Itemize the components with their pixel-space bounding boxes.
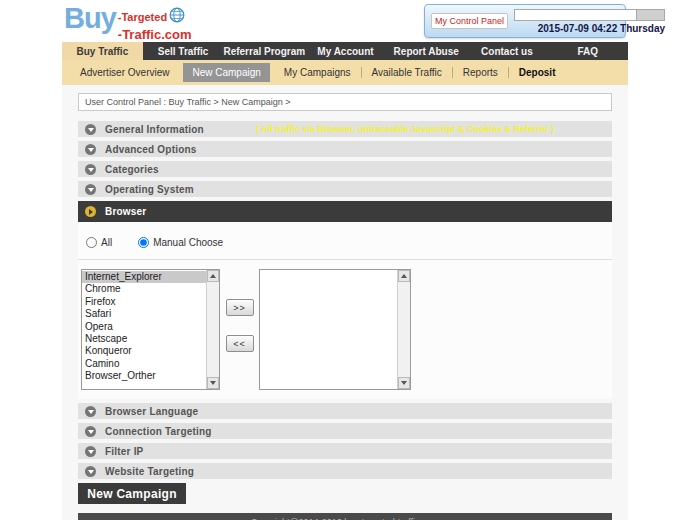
scroll-up-icon[interactable] [207, 270, 219, 282]
subnav-my-campaigns[interactable]: My Campaigns [274, 67, 361, 78]
list-item[interactable]: Konqueror [82, 345, 206, 357]
accordion-connection-targeting[interactable]: Connection Targeting [78, 423, 612, 439]
list-item[interactable]: Safari [82, 308, 206, 320]
list-item[interactable]: Netscape [82, 333, 206, 345]
chevron-down-circle-icon [85, 144, 96, 155]
arrow-right-circle-icon [85, 206, 96, 217]
chevron-down-circle-icon [85, 184, 96, 195]
logo-text-buy: Buy [64, 4, 116, 32]
list-item[interactable]: Firefox [82, 296, 206, 308]
accordion-browser[interactable]: Browser [78, 201, 612, 222]
nav-sell-traffic[interactable]: Sell Traffic [143, 42, 224, 60]
accordion-browser-language[interactable]: Browser Language [78, 403, 612, 419]
logo-text-traffic: -Traffic.com [118, 28, 192, 41]
header: Buy -Targeted -Traffic.com [62, 0, 628, 42]
subnav-new-campaign[interactable]: New Campaign [183, 63, 269, 82]
chevron-down-circle-icon [85, 446, 96, 457]
nav-report-abuse[interactable]: Report Abuse [386, 42, 467, 60]
breadcrumb[interactable]: User Control Panel : Buy Traffic > New C… [78, 93, 612, 111]
footer: Copyright@2014-2016 buy-targeted-traffic… [78, 513, 612, 520]
move-left-button[interactable]: << [226, 335, 254, 352]
site-logo[interactable]: Buy -Targeted -Traffic.com [64, 1, 191, 41]
browser-mode-radios: All Manual Choose [78, 222, 612, 260]
nav-contact-us[interactable]: Contact us [467, 42, 548, 60]
list-item[interactable]: Browser_Orther [82, 370, 206, 382]
chevron-down-circle-icon [85, 466, 96, 477]
subnav-advertiser-overview[interactable]: Advertiser Overview [70, 67, 179, 78]
accordion-categories[interactable]: Categories [78, 161, 612, 177]
general-information-note: ( All traffic via Browser, untraceable J… [256, 124, 554, 134]
radio-manual-choose[interactable]: Manual Choose [138, 237, 223, 248]
move-right-button[interactable]: >> [226, 299, 254, 316]
subnav-available-traffic[interactable]: Available Traffic [361, 67, 452, 78]
new-campaign-submit-button[interactable]: New Campaign [78, 483, 186, 504]
logo-text-targeted: -Targeted [118, 12, 167, 23]
dual-listbox: Internet_Explorer Chrome Firefox Safari … [78, 260, 612, 399]
main-nav: Buy Traffic Sell Traffic Referral Progra… [62, 42, 628, 60]
subnav-deposit[interactable]: Deposit [508, 67, 566, 78]
list-item[interactable]: Camino [82, 358, 206, 370]
chevron-down-circle-icon [85, 164, 96, 175]
globe-icon [169, 7, 185, 27]
scrollbar[interactable] [206, 270, 219, 389]
radio-all[interactable]: All [86, 237, 112, 248]
accordion-website-targeting[interactable]: Website Targeting [78, 463, 612, 479]
datetime-label: 2015-07-09 04:22 Thursday [514, 23, 665, 34]
sub-nav: Advertiser Overview New Campaign My Camp… [62, 60, 628, 85]
scrollbar[interactable] [397, 270, 410, 389]
radio-manual-input[interactable] [138, 237, 149, 248]
nav-buy-traffic[interactable]: Buy Traffic [62, 42, 143, 60]
nav-faq[interactable]: FAQ [547, 42, 628, 60]
list-item[interactable]: Chrome [82, 283, 206, 295]
chosen-browsers-listbox[interactable] [259, 269, 411, 390]
copyright-text: Copyright@2014-2016 buy-targeted-traffic… [251, 517, 439, 520]
scroll-down-icon[interactable] [207, 377, 219, 389]
accordion-filter-ip[interactable]: Filter IP [78, 443, 612, 459]
radio-all-input[interactable] [86, 237, 97, 248]
subnav-reports[interactable]: Reports [452, 67, 508, 78]
chevron-down-circle-icon [85, 426, 96, 437]
content-area: User Control Panel : Buy Traffic > New C… [62, 85, 628, 520]
nav-referral-program[interactable]: Referral Program [223, 42, 305, 60]
page-container: Buy -Targeted -Traffic.com [62, 0, 628, 85]
scroll-up-icon[interactable] [398, 270, 410, 282]
accordion-advanced-options[interactable]: Advanced Options [78, 141, 612, 157]
my-control-panel-button[interactable]: My Control Panel [431, 13, 508, 29]
accordion-operating-system[interactable]: Operating System [78, 181, 612, 197]
scroll-down-icon[interactable] [398, 377, 410, 389]
chevron-down-circle-icon [85, 406, 96, 417]
list-item[interactable]: Internet_Explorer [82, 271, 206, 283]
nav-my-account[interactable]: My Account [305, 42, 386, 60]
accordion-general-information[interactable]: General Information ( All traffic via Br… [78, 121, 612, 137]
list-item[interactable]: Opera [82, 321, 206, 333]
control-panel-input[interactable] [514, 9, 637, 21]
available-browsers-listbox[interactable]: Internet_Explorer Chrome Firefox Safari … [81, 269, 220, 390]
control-panel-box: My Control Panel 2015-07-09 04:22 Thursd… [424, 4, 626, 38]
control-panel-go-button[interactable] [637, 9, 665, 21]
chevron-down-circle-icon [85, 124, 96, 135]
browser-panel: All Manual Choose Internet_Explorer Chro… [78, 222, 612, 399]
